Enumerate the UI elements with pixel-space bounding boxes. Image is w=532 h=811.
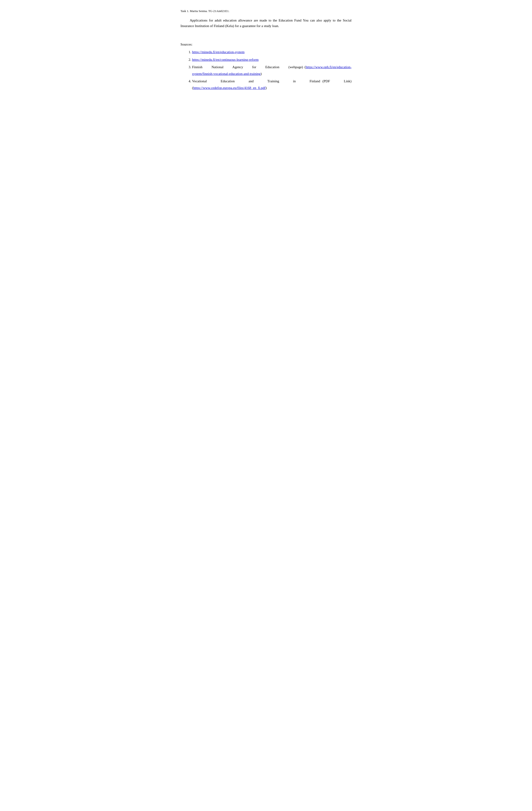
list-item: Finnish National Agency for Education (w… — [192, 64, 351, 77]
source-4-prefix: Vocational Education and Training in Fin… — [192, 79, 351, 90]
list-item: https://minedu.fi/en/continuous-learning… — [192, 57, 351, 63]
list-item: https://minedu.fi/en/education-system — [192, 49, 351, 56]
source-link-4[interactable]: https://www.cedefop.europa.eu/files/4168… — [193, 86, 266, 90]
list-item: Vocational Education and Training in Fin… — [192, 78, 351, 91]
source-link-2[interactable]: https://minedu.fi/en/continuous-learning… — [192, 58, 259, 61]
source-3-prefix: Finnish National Agency for Education (w… — [192, 65, 351, 76]
source-link-1[interactable]: https://minedu.fi/en/education-system — [192, 50, 245, 54]
sources-list: https://minedu.fi/en/education-system ht… — [181, 49, 351, 91]
sources-section: Sources: https://minedu.fi/en/education-… — [181, 43, 351, 91]
header-task-label: Task 1. Mariia Senina. TG-21Am021E1. — [181, 9, 351, 13]
source-link-3[interactable]: https://www.oph.fi/en/education-system/f… — [192, 65, 351, 76]
body-paragraph: Applications for adult education allowan… — [181, 18, 351, 29]
sources-label: Sources: — [181, 43, 351, 46]
